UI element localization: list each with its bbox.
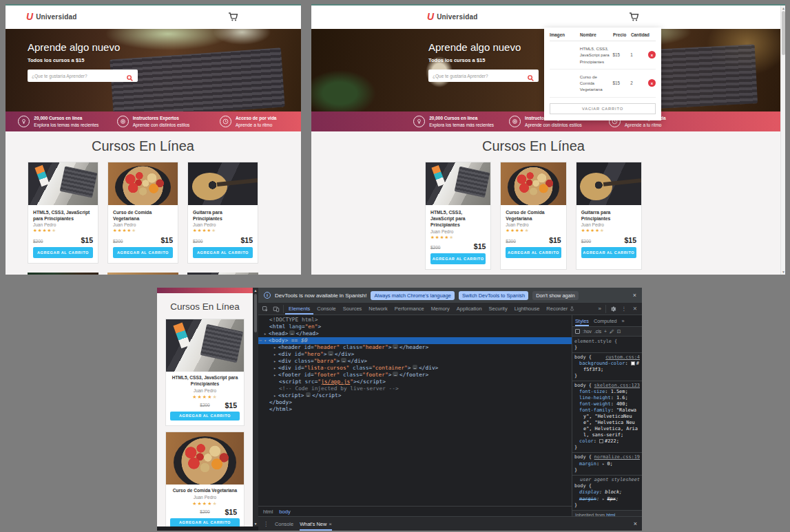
scroll-up-icon[interactable]: ▲ bbox=[781, 6, 785, 10]
dom-tree-node[interactable]: </body> bbox=[258, 399, 572, 406]
site-logo[interactable]: U Universidad bbox=[26, 12, 77, 21]
vertical-scrollbar[interactable]: ▲ ▼ bbox=[780, 6, 785, 275]
scroll-down-icon[interactable]: ▼ bbox=[781, 270, 785, 274]
vertical-scrollbar[interactable]: ▲ ▼ bbox=[253, 288, 258, 526]
dom-tree-node[interactable]: ▸<div id="hero">…</div> bbox=[258, 351, 572, 358]
collapse-icon[interactable]: ▾ bbox=[262, 337, 269, 344]
color-swatch[interactable] bbox=[631, 361, 635, 365]
dom-tree-node[interactable]: ▸<header id="header" class="header">…</h… bbox=[258, 344, 572, 351]
scroll-down-icon[interactable]: ▼ bbox=[253, 522, 258, 526]
scroll-up-icon[interactable]: ▲ bbox=[253, 288, 258, 292]
sidebar-tab-computed[interactable]: Computed bbox=[594, 315, 617, 326]
site-logo[interactable]: U Universidad bbox=[427, 12, 478, 21]
dont-show-again-button[interactable]: Don't show again bbox=[532, 291, 578, 300]
dom-tree-node[interactable]: <html lang="en"> bbox=[258, 323, 572, 330]
add-to-cart-button[interactable]: AGREGAR AL CARRITO bbox=[113, 247, 173, 258]
more-tabs-icon[interactable]: » bbox=[596, 306, 604, 312]
devtools-tab-network[interactable]: Network bbox=[365, 303, 391, 315]
dom-tree-node[interactable]: <script src="js/app.js"></script> bbox=[258, 379, 572, 385]
devtools-close-icon[interactable]: ✕ bbox=[630, 303, 641, 315]
breadcrumb-body[interactable]: body bbox=[279, 509, 290, 515]
whats-new-close-icon[interactable]: × bbox=[329, 521, 332, 527]
devtools-tab-sources[interactable]: Sources bbox=[340, 303, 366, 315]
scrollbar-thumb[interactable] bbox=[254, 294, 257, 332]
cart-icon[interactable] bbox=[227, 11, 240, 23]
notification-close-icon[interactable]: × bbox=[633, 292, 636, 299]
dom-tree-node[interactable]: ▸<div id="lista-cursos" class="container… bbox=[258, 365, 572, 372]
dom-tree-node[interactable]: ▸<footer id="footer" class="footer">…</f… bbox=[258, 372, 572, 379]
filter-toggle[interactable]: .cls bbox=[594, 329, 601, 334]
scrollbar-thumb[interactable] bbox=[782, 11, 785, 55]
dom-tree-node[interactable]: ▸<script>…</script> bbox=[258, 392, 572, 399]
add-to-cart-button[interactable]: AGREGAR AL CARRITO bbox=[170, 518, 240, 526]
devtools-tab-application[interactable]: Application bbox=[453, 303, 486, 315]
cart-icon[interactable] bbox=[628, 11, 641, 23]
breadcrumb-html[interactable]: html bbox=[263, 509, 273, 515]
add-to-cart-button[interactable]: AGREGAR AL CARRITO bbox=[170, 412, 240, 421]
css-declaration[interactable]: margin: ▸ 0; bbox=[574, 460, 640, 467]
expand-icon[interactable]: ▸ bbox=[271, 392, 278, 399]
gear-icon[interactable] bbox=[607, 303, 619, 315]
kebab-menu-icon[interactable]: ⋮ bbox=[619, 303, 630, 315]
css-declaration[interactable]: font-family: "Raleway", "HelveticaNeue",… bbox=[574, 407, 640, 438]
css-declaration[interactable]: color: #222; bbox=[574, 438, 640, 445]
expand-icon[interactable]: ▸ bbox=[271, 344, 278, 351]
drawer-menu-icon[interactable]: ⋮ bbox=[263, 521, 269, 527]
filter-toggle[interactable]: :hov bbox=[583, 329, 592, 334]
node-menu-icon[interactable]: ⋯ bbox=[259, 337, 261, 344]
inspect-element-icon[interactable] bbox=[260, 303, 271, 315]
add-to-cart-button[interactable]: AGREGAR AL CARRITO bbox=[430, 253, 486, 264]
devtools-tab-security[interactable]: Security bbox=[486, 303, 511, 315]
add-to-cart-button[interactable]: AGREGAR AL CARRITO bbox=[193, 247, 253, 258]
search-input[interactable]: ¿Que te gustaría Aprender? bbox=[28, 70, 138, 82]
dom-tree-node[interactable]: ▸<head>…</head> bbox=[258, 330, 572, 337]
css-declaration[interactable]: margin: ▸ 8px; bbox=[574, 496, 640, 502]
expand-icon[interactable]: ▸ bbox=[262, 330, 269, 337]
stylesheet-link[interactable]: normalize.css:19 bbox=[594, 454, 640, 460]
filter-toggle[interactable]: + bbox=[604, 329, 607, 334]
empty-cart-button[interactable]: VACIAR CARRITO bbox=[550, 103, 656, 114]
drawer-tab-console[interactable]: Console bbox=[275, 517, 293, 531]
search-input[interactable]: ¿Que te gustaría Aprender? bbox=[428, 70, 539, 82]
search-icon[interactable] bbox=[527, 72, 534, 80]
css-declaration[interactable]: display: block; bbox=[574, 489, 640, 496]
stylesheet-link[interactable]: custom.css:4 bbox=[605, 354, 640, 361]
add-to-cart-button[interactable]: AGREGAR AL CARRITO bbox=[33, 247, 93, 258]
devtools-tab-performance[interactable]: Performance bbox=[391, 303, 428, 315]
color-swatch[interactable] bbox=[599, 439, 603, 443]
filter-input-icon[interactable] bbox=[575, 329, 580, 334]
stylesheet-link[interactable]: user agent stylesheet bbox=[580, 477, 640, 483]
search-icon[interactable] bbox=[126, 72, 134, 80]
add-to-cart-button[interactable]: AGREGAR AL CARRITO bbox=[581, 247, 636, 258]
device-toolbar-icon[interactable] bbox=[271, 303, 282, 315]
dom-tree-node[interactable]: ▸<div class="barra">…</div> bbox=[258, 358, 572, 365]
stylesheet-link[interactable]: skeleton.css:123 bbox=[594, 383, 640, 389]
devtools-tab-memory[interactable]: Memory bbox=[428, 303, 453, 315]
css-declaration[interactable]: font-weight: 400; bbox=[574, 401, 640, 407]
expand-icon[interactable]: ▸ bbox=[271, 351, 278, 358]
switch-to-spanish-button[interactable]: Switch DevTools to Spanish bbox=[459, 291, 528, 300]
devtools-tab-recorder[interactable]: Recorder bbox=[543, 303, 578, 315]
css-declaration[interactable]: background-color: #f5f3f3; bbox=[574, 361, 640, 373]
expand-icon[interactable]: ▸ bbox=[271, 372, 278, 379]
sidebar-tab-styles[interactable]: Styles bbox=[575, 315, 589, 326]
dom-tree-node[interactable]: <!-- Code injected by live-server --> bbox=[258, 385, 572, 392]
dom-tree-node[interactable]: <!DOCTYPE html> bbox=[258, 317, 572, 323]
expand-icon[interactable]: ▸ bbox=[271, 365, 278, 372]
dom-tree-node[interactable]: ⋯▾<body> == $0 bbox=[258, 337, 572, 344]
layout-panel-icon[interactable]: ⊡ bbox=[617, 329, 621, 334]
add-to-cart-button[interactable]: AGREGAR AL CARRITO bbox=[506, 247, 561, 258]
remove-item-button[interactable]: x bbox=[648, 51, 656, 58]
match-language-button[interactable]: Always match Chrome's language bbox=[371, 291, 455, 300]
css-declaration[interactable]: font-size: 1.5em; bbox=[574, 389, 640, 395]
devtools-tab-console[interactable]: Console bbox=[313, 303, 340, 315]
remove-item-button[interactable]: x bbox=[648, 79, 656, 87]
drawer-close-icon[interactable]: × bbox=[634, 520, 637, 527]
dom-tree-node[interactable]: </html> bbox=[258, 406, 572, 413]
drawer-tab-whatsnew[interactable]: What's New× bbox=[300, 517, 332, 531]
devtools-tab-elements[interactable]: Elements bbox=[285, 303, 313, 315]
more-tabs-icon[interactable]: » bbox=[622, 315, 625, 326]
css-declaration[interactable]: line-height: 1.6; bbox=[574, 395, 640, 401]
expand-icon[interactable]: ▸ bbox=[271, 358, 278, 365]
devtools-tab-lighthouse[interactable]: Lighthouse bbox=[511, 303, 543, 315]
